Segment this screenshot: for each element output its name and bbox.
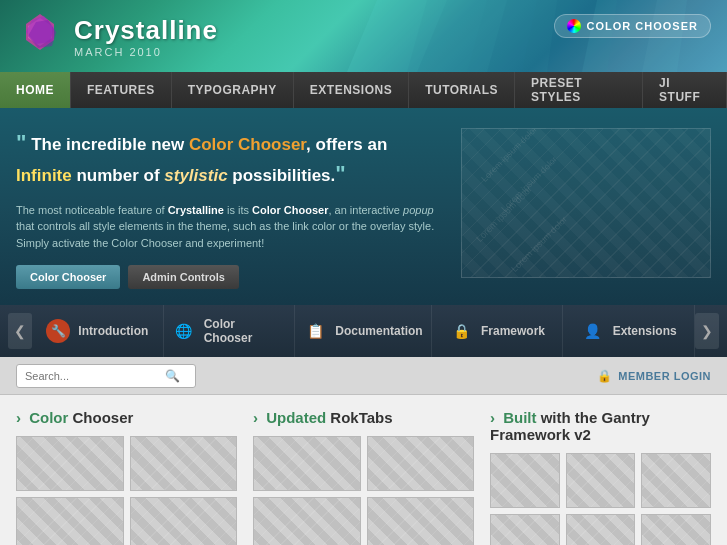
thumb-img (16, 436, 124, 491)
col1-title: › Color Chooser (16, 409, 237, 426)
tab-framework[interactable]: 🔒 Framework (432, 305, 564, 357)
hero-color-chooser-highlight: Color Chooser (189, 135, 306, 154)
nav-item-features[interactable]: FEATURES (71, 72, 172, 108)
svg-marker-2 (467, 0, 557, 72)
content-col-roktabs: › Updated RokTabs RokTabs now supports i… (253, 409, 474, 545)
hero-image: Lorem ipsum dolor Lorem ipsum dolor Lore… (461, 128, 711, 278)
tab-framework-icon: 🔒 (449, 319, 473, 343)
col3-title: › Built with the Gantry Framework v2 (490, 409, 711, 443)
quote-open: " (16, 130, 26, 155)
nav-item-preset-styles[interactable]: PRESET STYLES (515, 72, 643, 108)
search-bar: 🔍 🔒 MEMBER LOGIN (0, 357, 727, 395)
thumb-img (566, 453, 636, 508)
member-login-button[interactable]: 🔒 MEMBER LOGIN (597, 369, 711, 383)
tabs-prev-arrow[interactable]: ❮ (8, 313, 32, 349)
search-icon: 🔍 (165, 369, 180, 383)
hero-content: " The incredible new Color Chooser, offe… (16, 128, 445, 289)
tab-introduction-label: Introduction (78, 324, 148, 338)
search-input[interactable] (25, 370, 165, 382)
lock-icon: 🔒 (597, 369, 613, 383)
nav-item-extensions[interactable]: EXTENSIONS (294, 72, 409, 108)
col2-title: › Updated RokTabs (253, 409, 474, 426)
logo-text: Crystalline MARCH 2010 (74, 15, 218, 58)
hero-quote: " The incredible new Color Chooser, offe… (16, 128, 445, 190)
svg-marker-0 (347, 0, 447, 72)
col3-thumb-grid (490, 453, 711, 545)
col2-rest: RokTabs (330, 409, 392, 426)
thumb-img (130, 436, 238, 491)
search-input-wrap[interactable]: 🔍 (16, 364, 196, 388)
tab-color-chooser-label: Color Chooser (204, 317, 287, 345)
hero-color-chooser-button[interactable]: Color Chooser (16, 265, 120, 289)
tab-documentation-label: Documentation (335, 324, 422, 338)
thumb-img (253, 497, 361, 545)
tab-extensions-icon: 👤 (581, 319, 605, 343)
logo-area[interactable]: Crystalline MARCH 2010 (16, 12, 218, 60)
tabs-bar: ❮ 🔧 Introduction 🌐 Color Chooser 📋 Docum… (0, 305, 727, 357)
thumb-img (490, 453, 560, 508)
content-area: › Color Chooser Customize the theme live… (0, 395, 727, 545)
col2-thumb-grid (253, 436, 474, 545)
content-col-color-chooser: › Color Chooser Customize the theme live… (16, 409, 237, 545)
header: Crystalline MARCH 2010 COLOR CHOOSER (0, 0, 727, 72)
color-circle-icon (567, 19, 581, 33)
col3-arrow: › (490, 409, 495, 426)
logo-icon (16, 12, 64, 60)
thumb-img (490, 514, 560, 545)
main-nav: HOME FEATURES TYPOGRAPHY EXTENSIONS TUTO… (0, 72, 727, 108)
hero-section: " The incredible new Color Chooser, offe… (0, 108, 727, 305)
member-login-label: MEMBER LOGIN (618, 370, 711, 382)
nav-item-typography[interactable]: TYPOGRAPHY (172, 72, 294, 108)
nav-item-tutorials[interactable]: TUTORIALS (409, 72, 515, 108)
tab-color-chooser[interactable]: 🌐 Color Chooser (164, 305, 296, 357)
content-col-gantry: › Built with the Gantry Framework v2 (490, 409, 711, 545)
tab-extensions[interactable]: 👤 Extensions (563, 305, 695, 357)
hero-body-text: The most noticeable feature of Crystalli… (16, 202, 445, 252)
thumb-img (566, 514, 636, 545)
svg-marker-1 (407, 0, 507, 72)
col2-arrow: › (253, 409, 258, 426)
col1-highlight: Color (29, 409, 68, 426)
thumb-img (641, 514, 711, 545)
thumb-img (367, 436, 475, 491)
quote-close: " (335, 161, 345, 186)
tab-documentation[interactable]: 📋 Documentation (295, 305, 431, 357)
tabs-list: 🔧 Introduction 🌐 Color Chooser 📋 Documen… (32, 305, 695, 357)
thumb-img (367, 497, 475, 545)
color-chooser-header-button[interactable]: COLOR CHOOSER (554, 14, 711, 38)
hero-admin-button[interactable]: Admin Controls (128, 265, 239, 289)
col1-rest: Chooser (73, 409, 134, 426)
thumb-img (130, 497, 238, 545)
thumb-img (253, 436, 361, 491)
thumb-img (16, 497, 124, 545)
col1-arrow: › (16, 409, 21, 426)
col1-thumb-grid (16, 436, 237, 545)
tab-introduction[interactable]: 🔧 Introduction (32, 305, 164, 357)
tab-documentation-icon: 📋 (303, 319, 327, 343)
site-subtitle: MARCH 2010 (74, 46, 218, 58)
site-title: Crystalline (74, 15, 218, 46)
tab-extensions-label: Extensions (613, 324, 677, 338)
col3-highlight: Built (503, 409, 536, 426)
nav-item-ji-stuff[interactable]: JI STUFF (643, 72, 727, 108)
hero-buttons: Color Chooser Admin Controls (16, 265, 445, 289)
hero-infinite-highlight: Infinite (16, 166, 72, 185)
tabs-next-arrow[interactable]: ❯ (695, 313, 719, 349)
color-chooser-header-label: COLOR CHOOSER (587, 20, 698, 32)
tab-introduction-icon: 🔧 (46, 319, 70, 343)
thumb-img (641, 453, 711, 508)
col2-highlight: Updated (266, 409, 326, 426)
tab-framework-label: Framework (481, 324, 545, 338)
nav-item-home[interactable]: HOME (0, 72, 71, 108)
tab-color-chooser-icon: 🌐 (172, 319, 196, 343)
